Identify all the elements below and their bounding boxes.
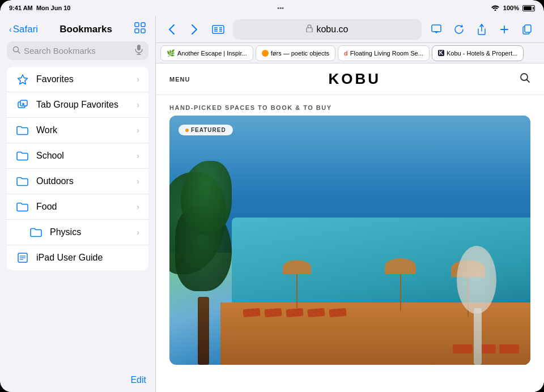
food-folder-icon xyxy=(16,200,29,214)
tab-favicon-1: 🌿 xyxy=(167,49,175,57)
svg-rect-24 xyxy=(307,28,312,32)
search-bar[interactable]: Search Bookmarks xyxy=(7,41,148,60)
sidebar: ‹ Safari Bookmarks Sea xyxy=(0,16,156,392)
tab-label-1: Another Escape | Inspir... xyxy=(177,50,247,57)
reader-button[interactable] xyxy=(208,19,228,40)
main-area: ‹ Safari Bookmarks Sea xyxy=(0,16,544,392)
bookmark-label-food: Food xyxy=(36,202,130,212)
status-right: 100% xyxy=(491,4,535,12)
bookmark-label-school: School xyxy=(36,151,130,161)
tab-label-4: Kobu - Hotels & Propert... xyxy=(447,50,517,57)
tab-favicon-3: d xyxy=(344,50,348,57)
tab-overview-button[interactable] xyxy=(517,19,537,40)
bookmark-label-favorites: Favorites xyxy=(36,74,130,84)
address-bar[interactable]: kobu.co xyxy=(233,19,422,40)
battery-icon xyxy=(522,5,535,11)
tabs-bar: 🌿 Another Escape | Inspir... førs — poet… xyxy=(156,43,544,63)
lounge-chairs-1 xyxy=(243,309,346,317)
sidebar-grid-button[interactable] xyxy=(134,22,146,37)
bookmark-item-food[interactable]: Food › xyxy=(7,194,148,220)
svg-marker-26 xyxy=(434,31,439,33)
work-folder-icon xyxy=(16,123,29,137)
forward-button[interactable] xyxy=(185,20,203,39)
svg-rect-2 xyxy=(135,29,139,33)
sidebar-title: Bookmarks xyxy=(42,24,129,35)
toolbar-actions xyxy=(426,19,537,40)
umbrella-2 xyxy=(385,258,416,311)
chair-5 xyxy=(329,308,346,318)
bookmark-item-ipad-guide[interactable]: iPad User Guide xyxy=(7,245,148,270)
tab-another-escape[interactable]: 🌿 Another Escape | Inspir... xyxy=(160,45,253,61)
bookmark-label-outdoors: Outdoors xyxy=(36,176,130,186)
chair-2 xyxy=(264,308,282,318)
bookmark-label-physics: Physics xyxy=(50,227,130,237)
ipad-guide-icon xyxy=(16,251,29,265)
tab-fors[interactable]: førs — poetic objects xyxy=(256,45,335,61)
sidebar-header: ‹ Safari Bookmarks xyxy=(0,16,155,41)
svg-rect-3 xyxy=(141,29,145,33)
svg-rect-0 xyxy=(135,23,139,27)
status-bar: 9:41 AM Mon Jun 10 ••• 100% xyxy=(0,0,544,16)
lock-icon xyxy=(306,24,313,34)
tab-kobu[interactable]: K Kobu - Hotels & Propert... xyxy=(432,45,524,61)
site-logo: KOBU xyxy=(328,70,381,88)
bookmark-item-work[interactable]: Work › xyxy=(7,118,148,143)
chevron-icon-favorites: › xyxy=(137,75,139,84)
tab-label-2: førs — poetic objects xyxy=(271,50,329,57)
edit-button[interactable]: Edit xyxy=(130,375,146,385)
chevron-icon-food: › xyxy=(137,202,139,211)
svg-rect-25 xyxy=(432,25,441,32)
svg-rect-1 xyxy=(141,23,145,27)
bookmark-item-outdoors[interactable]: Outdoors › xyxy=(7,169,148,194)
tab-favicon-4: K xyxy=(438,50,444,56)
ipad-frame: 9:41 AM Mon Jun 10 ••• 100% ‹ Safari xyxy=(0,0,544,392)
svg-line-5 xyxy=(18,52,20,54)
site-nav: MENU KOBU xyxy=(156,63,544,95)
new-tab-button[interactable] xyxy=(494,19,515,40)
reload-button[interactable] xyxy=(449,19,469,40)
featured-label: FEATURED xyxy=(191,127,226,133)
search-placeholder: Search Bookmarks xyxy=(24,46,131,56)
chevron-icon-work: › xyxy=(137,126,139,135)
hero-tree xyxy=(169,161,249,365)
chair-4 xyxy=(307,308,325,318)
site-search-icon[interactable] xyxy=(519,72,530,86)
svg-rect-6 xyxy=(137,45,141,50)
tab-group-icon xyxy=(16,98,29,112)
hero-image: FEATURED xyxy=(169,116,530,365)
wifi-icon xyxy=(491,4,500,12)
bookmark-item-physics[interactable]: Physics › xyxy=(7,220,148,245)
site-subtitle: HAND-PICKED SPACES TO BOOK & TO BUY xyxy=(156,95,544,116)
svg-rect-31 xyxy=(525,25,531,32)
back-to-safari-button[interactable]: ‹ Safari xyxy=(9,24,38,35)
site-nav-menu[interactable]: MENU xyxy=(169,76,190,83)
bookmark-list: Favorites › Tab Group Favorites › xyxy=(0,65,155,368)
browser-toolbar: kobu.co xyxy=(156,16,544,43)
chair-3 xyxy=(286,308,303,318)
back-button[interactable] xyxy=(163,20,181,39)
bookmark-item-tab-group-favorites[interactable]: Tab Group Favorites › xyxy=(7,92,148,118)
microphone-icon[interactable] xyxy=(135,45,143,57)
tab-label-3: Floating Living Room Se... xyxy=(350,50,423,57)
bookmark-label-ipad-guide: iPad User Guide xyxy=(36,253,139,263)
search-icon xyxy=(12,46,20,56)
school-folder-icon xyxy=(16,149,29,163)
bookmark-item-school[interactable]: School › xyxy=(7,143,148,169)
chair-r3 xyxy=(499,344,519,353)
status-dots: ••• xyxy=(277,5,284,11)
airplay-button[interactable] xyxy=(426,19,447,40)
favorites-icon xyxy=(16,73,29,86)
bookmark-item-favorites[interactable]: Favorites › xyxy=(7,67,148,92)
share-button[interactable] xyxy=(471,19,492,40)
tab-favicon-2 xyxy=(262,50,269,57)
battery-label: 100% xyxy=(503,5,519,11)
outdoors-folder-icon xyxy=(16,174,29,188)
umbrella-1 xyxy=(283,260,311,308)
website-content: MENU KOBU HAND-PICKED SPACES TO BOOK & T… xyxy=(156,63,544,392)
tab-floating-living[interactable]: d Floating Living Room Se... xyxy=(338,45,430,61)
back-label: Safari xyxy=(13,24,38,35)
status-time: 9:41 AM Mon Jun 10 xyxy=(9,5,70,11)
address-text: kobu.co xyxy=(316,24,348,35)
browser-area: kobu.co xyxy=(156,16,544,392)
chevron-icon-school: › xyxy=(137,151,139,160)
